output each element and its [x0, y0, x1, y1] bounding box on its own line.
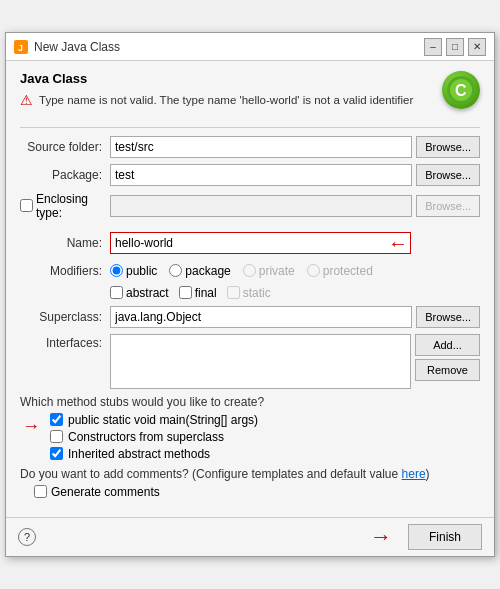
modifier-private-radio[interactable] — [243, 264, 256, 277]
stub2-option[interactable]: Constructors from superclass — [50, 430, 480, 444]
package-input[interactable] — [110, 164, 412, 186]
title-bar-left: J New Java Class — [14, 40, 120, 54]
help-button[interactable]: ? — [18, 528, 36, 546]
stubs-title: Which method stubs would you like to cre… — [20, 395, 480, 409]
stub3-label: Inherited abstract methods — [68, 447, 210, 461]
modifier-abstract-option[interactable]: abstract — [110, 286, 169, 300]
enclosing-type-label: Enclosing type: — [36, 192, 102, 220]
section-title: Java Class — [20, 71, 434, 86]
modifier-private-option[interactable]: private — [243, 264, 295, 278]
package-label: Package: — [20, 168, 110, 182]
source-folder-label: Source folder: — [20, 140, 110, 154]
stubs-section: Which method stubs would you like to cre… — [20, 395, 480, 461]
header-left: Java Class ⚠ Type name is not valid. The… — [20, 71, 434, 118]
enclosing-type-row: Enclosing type: Browse... — [20, 192, 480, 220]
modifier-abstract-checkbox[interactable] — [110, 286, 123, 299]
modifiers-row: Modifiers: public package private protec… — [20, 260, 480, 282]
source-folder-row: Source folder: Browse... — [20, 136, 480, 158]
enclosing-type-input[interactable] — [110, 195, 412, 217]
modifier-static-label: static — [243, 286, 271, 300]
dialog-content: Java Class ⚠ Type name is not valid. The… — [6, 61, 494, 516]
source-folder-input[interactable] — [110, 136, 412, 158]
modifier-package-radio[interactable] — [169, 264, 182, 277]
source-folder-browse-button[interactable]: Browse... — [416, 136, 480, 158]
modifier-public-radio[interactable] — [110, 264, 123, 277]
modifier-public-label: public — [126, 264, 157, 278]
maximize-button[interactable]: □ — [446, 38, 464, 56]
name-label: Name: — [20, 236, 110, 250]
error-message: Type name is not valid. The type name 'h… — [39, 92, 413, 108]
window-icon: J — [14, 40, 28, 54]
svg-text:J: J — [18, 43, 23, 53]
minimize-button[interactable]: – — [424, 38, 442, 56]
modifier-static-checkbox[interactable] — [227, 286, 240, 299]
modifier-static-option[interactable]: static — [227, 286, 271, 300]
interfaces-add-button[interactable]: Add... — [415, 334, 480, 356]
comments-here-link[interactable]: here — [402, 467, 426, 481]
enclosing-browse-button[interactable]: Browse... — [416, 195, 480, 217]
stub1-option[interactable]: public static void main(String[] args) — [50, 413, 480, 427]
modifier-package-option[interactable]: package — [169, 264, 230, 278]
modifier-abstract-label: abstract — [126, 286, 169, 300]
title-bar-controls: – □ ✕ — [424, 38, 486, 56]
comments-title-suffix: ) — [426, 467, 430, 481]
superclass-label: Superclass: — [20, 310, 110, 324]
comments-section: Do you want to add comments? (Configure … — [20, 467, 480, 499]
modifiers-radio-group: public package private protected — [110, 264, 373, 278]
modifier-checks-row: abstract final static — [110, 286, 480, 300]
superclass-row: Superclass: Browse... — [20, 306, 480, 328]
bottom-bar: ? → Finish — [6, 517, 494, 556]
stub1-checkbox[interactable] — [50, 413, 63, 426]
stub3-checkbox[interactable] — [50, 447, 63, 460]
svg-text:C: C — [455, 82, 467, 99]
modifier-private-label: private — [259, 264, 295, 278]
enclosing-type-checkbox[interactable] — [20, 199, 33, 212]
title-bar: J New Java Class – □ ✕ — [6, 33, 494, 61]
interfaces-remove-button[interactable]: Remove — [415, 359, 480, 381]
modifiers-label: Modifiers: — [20, 264, 110, 278]
generate-comments-option[interactable]: Generate comments — [34, 485, 480, 499]
interfaces-label: Interfaces: — [20, 334, 110, 350]
close-button[interactable]: ✕ — [468, 38, 486, 56]
logo-circle: C — [442, 71, 480, 109]
package-row: Package: Browse... — [20, 164, 480, 186]
stub2-label: Constructors from superclass — [68, 430, 224, 444]
modifier-public-option[interactable]: public — [110, 264, 157, 278]
modifier-protected-option[interactable]: protected — [307, 264, 373, 278]
header-area: Java Class ⚠ Type name is not valid. The… — [20, 71, 480, 118]
name-row: Name: ← — [20, 232, 480, 254]
logo-area: C — [442, 71, 480, 109]
finish-arrow-indicator: → — [370, 524, 392, 550]
generate-comments-label: Generate comments — [51, 485, 160, 499]
error-row: ⚠ Type name is not valid. The type name … — [20, 92, 434, 108]
package-browse-button[interactable]: Browse... — [416, 164, 480, 186]
stub3-option[interactable]: Inherited abstract methods — [50, 447, 480, 461]
generate-comments-checkbox[interactable] — [34, 485, 47, 498]
modifier-final-label: final — [195, 286, 217, 300]
superclass-browse-button[interactable]: Browse... — [416, 306, 480, 328]
error-icon: ⚠ — [20, 93, 33, 107]
comments-title-prefix: Do you want to add comments? (Configure … — [20, 467, 402, 481]
divider-top — [20, 127, 480, 128]
superclass-input[interactable] — [110, 306, 412, 328]
modifier-protected-label: protected — [323, 264, 373, 278]
stubs-arrow-indicator: → — [22, 416, 40, 437]
window-title: New Java Class — [34, 40, 120, 54]
name-input[interactable] — [110, 232, 411, 254]
finish-button[interactable]: Finish — [408, 524, 482, 550]
modifier-protected-radio[interactable] — [307, 264, 320, 277]
interfaces-buttons: Add... Remove — [415, 334, 480, 381]
comments-title: Do you want to add comments? (Configure … — [20, 467, 480, 481]
stub2-checkbox[interactable] — [50, 430, 63, 443]
finish-button-wrapper: → Finish — [408, 524, 482, 550]
interfaces-input[interactable] — [110, 334, 411, 389]
stub1-label: public static void main(String[] args) — [68, 413, 258, 427]
dialog-window: J New Java Class – □ ✕ Java Class ⚠ Type… — [5, 32, 495, 556]
interfaces-row: Interfaces: Add... Remove — [20, 334, 480, 389]
modifier-package-label: package — [185, 264, 230, 278]
modifier-final-option[interactable]: final — [179, 286, 217, 300]
modifier-final-checkbox[interactable] — [179, 286, 192, 299]
